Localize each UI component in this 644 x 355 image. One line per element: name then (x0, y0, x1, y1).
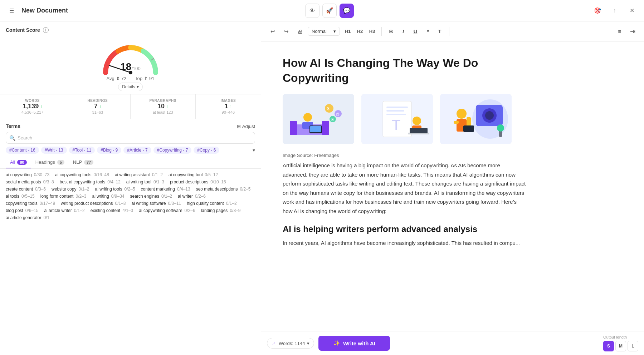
output-s-button[interactable]: S (603, 341, 614, 351)
italic-button[interactable]: I (397, 26, 409, 37)
eye-button[interactable]: 👁 (305, 4, 319, 18)
heading-buttons: H1 H2 H3 (342, 26, 378, 37)
format-select[interactable]: Normal ▾ (308, 27, 340, 36)
tag-content[interactable]: #Content - 16 (6, 147, 39, 154)
tab-all[interactable]: All 80 (6, 157, 31, 168)
collapse-button[interactable]: ⇥ (627, 26, 638, 37)
term-count: 0/5–15 (21, 194, 35, 199)
search-icon: 🔍 (9, 135, 15, 141)
tag-blog[interactable]: #Blog - 9 (97, 147, 121, 154)
menu-button[interactable]: ☰ (6, 5, 17, 16)
editor-content[interactable]: How AI Is Changing The Way We Do Copywri… (261, 41, 644, 331)
list-item[interactable]: high quality content0/1–2 (187, 201, 236, 206)
quote-button[interactable]: ❝ (422, 26, 433, 37)
list-item[interactable]: ai copywriting tools0/16–48 (55, 172, 109, 177)
list-item[interactable]: ai writer0/2–6 (178, 194, 206, 199)
gauge-wrapper: 18/100 (98, 39, 163, 74)
svg-rect-3 (283, 94, 354, 144)
term-name: copywriting tools (6, 201, 38, 206)
tab-headings[interactable]: Headings 5 (31, 157, 69, 168)
list-item[interactable]: writing product descriptions0/1–3 (61, 201, 126, 206)
slash-icon: ⟋ (272, 340, 277, 346)
term-name: ai copywriting tools (55, 172, 91, 177)
svg-point-32 (457, 109, 467, 119)
list-item[interactable]: existing content4/1–3 (91, 208, 133, 213)
terms-title: Terms (6, 123, 20, 129)
h2-button[interactable]: H2 (354, 26, 366, 37)
list-item[interactable]: website copy0/1–2 (52, 187, 89, 192)
list-item[interactable]: copywriting tools0/17–49 (6, 201, 55, 206)
underline-button[interactable]: U (410, 26, 421, 37)
list-item[interactable]: ai writing assistant0/1–2 (115, 172, 163, 177)
h1-button[interactable]: H1 (342, 26, 353, 37)
svg-rect-19 (386, 107, 408, 108)
gauge-score: 18/100 (120, 61, 140, 73)
article-body: Artificial intelligence is having a big … (283, 161, 526, 216)
list-item[interactable]: ai writing tool0/1–3 (126, 179, 164, 184)
term-name: product descriptions (170, 179, 208, 184)
tag-copy[interactable]: #Copy - 6 (194, 147, 219, 154)
list-item[interactable]: ai writing software0/3–11 (132, 201, 181, 206)
list-item[interactable]: seo meta descriptions0/2–5 (196, 187, 251, 192)
list-item[interactable]: content marketing0/4–13 (141, 187, 190, 192)
adjust-button[interactable]: ⊞ Adjust (237, 124, 255, 129)
output-m-button[interactable]: M (615, 341, 626, 351)
tab-nlp[interactable]: NLP 77 (69, 157, 98, 168)
header: ☰ New Document 👁 🚀 💬 🎯 ↑ ✕ (0, 0, 644, 21)
format-buttons: B I U ❝ T (385, 26, 445, 37)
bold-icon: B (389, 28, 393, 34)
redo-button[interactable]: ↪ (280, 26, 292, 37)
term-name: search engines (130, 194, 159, 199)
list-item[interactable]: long form content0/2–3 (40, 194, 87, 199)
rocket-button[interactable]: 🚀 (322, 4, 337, 18)
list-item[interactable]: ai copywriting0/30–73 (6, 172, 49, 177)
term-count: 0/2–6 (185, 208, 195, 213)
output-btns: S M L (603, 341, 638, 351)
target-icon-button[interactable]: 🎯 (591, 4, 604, 17)
tag-article[interactable]: #Article - 7 (123, 147, 151, 154)
list-item[interactable]: blog post0/6–15 (6, 208, 38, 213)
list-item[interactable]: ai copywriting tool0/5–12 (169, 172, 218, 177)
output-l-button[interactable]: L (628, 341, 638, 351)
list-item[interactable]: ai article writer0/1–2 (44, 208, 84, 213)
chevron-down-icon[interactable]: ▾ (253, 147, 255, 153)
term-name: ai tools (6, 194, 19, 199)
close-button[interactable]: ✕ (625, 4, 638, 17)
align-button[interactable]: ≡ (614, 26, 625, 37)
tag-writ[interactable]: #Writ - 13 (41, 147, 67, 154)
article-image-3 (440, 94, 512, 144)
term-name: existing content (91, 208, 120, 213)
svg-text:$: $ (327, 106, 330, 111)
h3-button[interactable]: H3 (366, 26, 378, 37)
list-item[interactable]: ai article generator0/1 (6, 215, 49, 220)
bold-button[interactable]: B (385, 26, 397, 37)
write-ai-button[interactable]: ✨ Write with AI (318, 336, 390, 351)
images-stat: IMAGES 1 ↑ 90–446 (196, 94, 261, 119)
list-item[interactable]: product descriptions0/10–16 (170, 179, 226, 184)
tag-copywriting[interactable]: #Copywriting - 7 (153, 147, 192, 154)
list-item[interactable]: search engines0/1–2 (130, 194, 172, 199)
list-item[interactable]: social media posts0/3–8 (6, 179, 54, 184)
list-item[interactable]: create content0/3–6 (6, 187, 46, 192)
term-count: 0/3–11 (168, 201, 181, 206)
list-item[interactable]: best ai copywriting tools0/4–12 (60, 179, 121, 184)
list-item[interactable]: ai writing0/9–34 (92, 194, 124, 199)
tag-tool[interactable]: #Tool - 11 (69, 147, 95, 154)
list-item[interactable]: ai tools0/5–15 (6, 194, 35, 199)
details-button[interactable]: Details ▾ (118, 83, 143, 91)
list-item[interactable]: ai writing tools0/2–5 (95, 187, 135, 192)
search-input[interactable] (6, 132, 255, 144)
svg-point-7 (303, 113, 312, 122)
chat-button[interactable]: 💬 (340, 4, 354, 18)
toolbar-end: ≡ ⇥ (614, 26, 638, 37)
undo-button[interactable]: ↩ (267, 26, 278, 37)
list-item[interactable]: ai copywriting software0/2–6 (139, 208, 195, 213)
text-format-button[interactable]: T (434, 26, 445, 37)
words-badge[interactable]: ⟋ Words: 1144 ▾ (267, 338, 314, 349)
export-button[interactable]: ↑ (608, 4, 621, 17)
print-button[interactable]: 🖨 (294, 26, 306, 37)
content-score-header: Content Score i (0, 21, 261, 33)
info-icon[interactable]: i (43, 27, 49, 33)
term-count: 0/2–3 (75, 194, 86, 199)
list-item[interactable]: landing pages0/3–9 (201, 208, 241, 213)
